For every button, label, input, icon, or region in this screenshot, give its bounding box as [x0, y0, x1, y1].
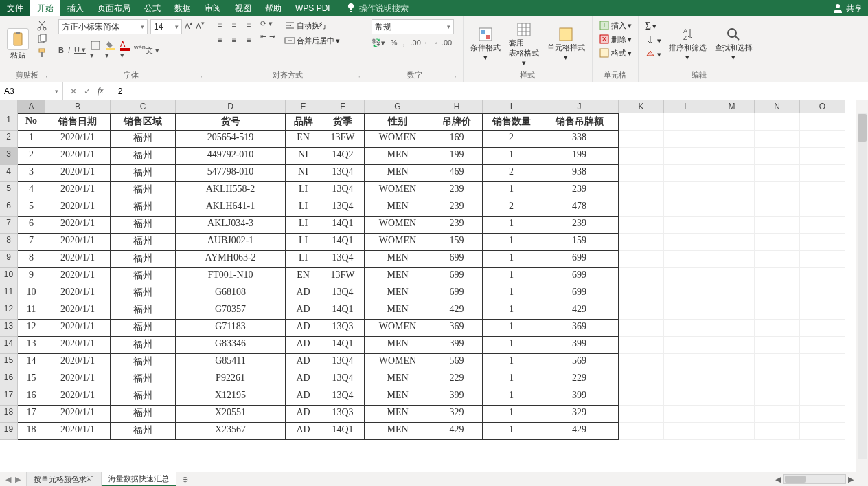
share-button[interactable]: 共享 — [832, 3, 863, 14]
row-header[interactable]: 15 — [0, 354, 18, 371]
table-cell[interactable]: MEN — [365, 285, 431, 302]
column-header[interactable]: J — [540, 100, 619, 113]
column-header[interactable]: A — [18, 100, 45, 113]
column-header[interactable]: I — [483, 100, 540, 113]
table-cell[interactable]: 2020/1/1 — [45, 320, 111, 337]
empty-cell[interactable] — [800, 165, 845, 182]
empty-cell[interactable] — [709, 354, 755, 371]
table-cell[interactable]: 429 — [540, 423, 619, 440]
row-header[interactable]: 4 — [0, 165, 18, 182]
cell-styles-button[interactable]: 单元格样式▾ — [545, 19, 588, 69]
tab-help[interactable]: 帮助 — [258, 0, 288, 16]
table-cell[interactable]: 699 — [431, 268, 483, 285]
table-cell[interactable]: 1 — [483, 234, 540, 251]
table-cell[interactable]: 2020/1/1 — [45, 388, 111, 406]
table-header-cell[interactable]: 吊牌价 — [431, 113, 483, 131]
scroll-left-icon[interactable]: ◀ — [773, 475, 783, 484]
table-cell[interactable]: FT001-N10 — [176, 268, 286, 285]
table-cell[interactable]: 469 — [431, 165, 483, 182]
underline-button[interactable]: U ▾ — [74, 45, 86, 54]
empty-cell[interactable] — [800, 320, 845, 337]
table-cell[interactable]: 12 — [18, 320, 45, 337]
empty-cell[interactable] — [619, 131, 664, 148]
formula-input[interactable] — [118, 87, 861, 96]
table-cell[interactable]: 2020/1/1 — [45, 148, 111, 165]
table-cell[interactable]: 399 — [540, 388, 619, 406]
align-left-button[interactable]: ≡ — [214, 34, 226, 45]
row-header[interactable]: 16 — [0, 371, 18, 388]
font-name-combo[interactable]: 方正小标宋简体▾ — [58, 19, 148, 34]
table-cell[interactable]: 1 — [483, 337, 540, 354]
empty-cell[interactable] — [664, 234, 709, 251]
column-header[interactable]: D — [176, 100, 286, 113]
empty-cell[interactable] — [800, 406, 845, 423]
empty-cell[interactable] — [755, 217, 800, 234]
table-cell[interactable]: 福州 — [111, 320, 176, 337]
table-cell[interactable]: 4 — [18, 182, 45, 199]
orientation-button[interactable]: ⟳ ▾ — [260, 19, 275, 28]
number-launcher[interactable]: ⌐ — [455, 72, 458, 79]
table-cell[interactable]: AUBJ002-1 — [176, 234, 286, 251]
font-size-combo[interactable]: 14▾ — [150, 19, 182, 34]
empty-cell[interactable] — [755, 337, 800, 354]
table-cell[interactable]: 福州 — [111, 388, 176, 406]
table-cell[interactable]: 13Q4 — [321, 165, 365, 182]
empty-cell[interactable] — [664, 337, 709, 354]
table-cell[interactable]: 13Q4 — [321, 251, 365, 268]
sheet-tab-2[interactable]: 海量数据快速汇总 — [102, 472, 176, 486]
table-header-cell[interactable]: No — [18, 113, 45, 131]
empty-cell[interactable] — [755, 285, 800, 302]
empty-cell[interactable] — [800, 337, 845, 354]
table-cell[interactable]: LI — [286, 217, 321, 234]
empty-cell[interactable] — [664, 406, 709, 423]
empty-cell[interactable] — [664, 354, 709, 371]
increase-font-button[interactable]: A▴ — [185, 19, 193, 34]
table-cell[interactable]: 429 — [540, 302, 619, 320]
table-cell[interactable]: 9 — [18, 268, 45, 285]
cut-button[interactable] — [34, 19, 49, 32]
column-header[interactable]: N — [755, 100, 800, 113]
table-cell[interactable]: 429 — [431, 423, 483, 440]
table-cell[interactable]: 福州 — [111, 285, 176, 302]
empty-cell[interactable] — [664, 423, 709, 440]
empty-cell[interactable] — [709, 302, 755, 320]
row-header[interactable]: 10 — [0, 268, 18, 285]
table-header-cell[interactable]: 品牌 — [286, 113, 321, 131]
table-cell[interactable]: 239 — [431, 217, 483, 234]
table-cell[interactable]: 福州 — [111, 182, 176, 199]
decrease-decimal-button[interactable]: ←.00 — [434, 38, 452, 47]
name-box[interactable]: ▾ — [0, 82, 63, 100]
table-cell[interactable]: AD — [286, 320, 321, 337]
table-cell[interactable]: 福州 — [111, 337, 176, 354]
table-cell[interactable]: 13Q4 — [321, 285, 365, 302]
table-cell[interactable]: 1 — [483, 406, 540, 423]
empty-cell[interactable] — [709, 251, 755, 268]
table-cell[interactable]: 547798-010 — [176, 165, 286, 182]
table-cell[interactable]: 205654-519 — [176, 131, 286, 148]
font-launcher[interactable]: ⌐ — [201, 72, 204, 79]
column-header[interactable]: M — [709, 100, 755, 113]
worksheet-area[interactable]: ABCDEFGHIJKLMNO1No销售日期销售区域货号品牌货季性别吊牌价销售数… — [0, 100, 868, 472]
table-cell[interactable]: 福州 — [111, 165, 176, 182]
empty-cell[interactable] — [755, 406, 800, 423]
table-cell[interactable]: MEN — [365, 302, 431, 320]
row-header[interactable]: 5 — [0, 182, 18, 199]
table-header-cell[interactable]: 货号 — [176, 113, 286, 131]
fill-color-button[interactable]: ▾ — [105, 40, 116, 60]
empty-cell[interactable] — [664, 320, 709, 337]
empty-cell[interactable] — [709, 423, 755, 440]
column-header[interactable]: B — [45, 100, 111, 113]
table-cell[interactable]: WOMEN — [365, 182, 431, 199]
table-cell[interactable]: 2020/1/1 — [45, 371, 111, 388]
table-cell[interactable]: 1 — [483, 268, 540, 285]
table-cell[interactable]: 229 — [540, 371, 619, 388]
table-cell[interactable]: AD — [286, 337, 321, 354]
table-cell[interactable]: 1 — [483, 148, 540, 165]
empty-cell[interactable] — [619, 148, 664, 165]
row-header[interactable]: 9 — [0, 251, 18, 268]
row-header[interactable]: 13 — [0, 320, 18, 337]
empty-cell[interactable] — [709, 268, 755, 285]
table-cell[interactable]: 14Q1 — [321, 234, 365, 251]
table-cell[interactable]: AD — [286, 371, 321, 388]
empty-cell[interactable] — [619, 302, 664, 320]
